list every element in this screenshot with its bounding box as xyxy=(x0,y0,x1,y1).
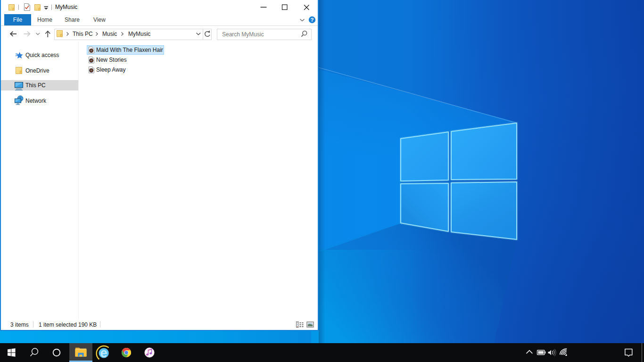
svg-text:e: e xyxy=(100,346,107,360)
